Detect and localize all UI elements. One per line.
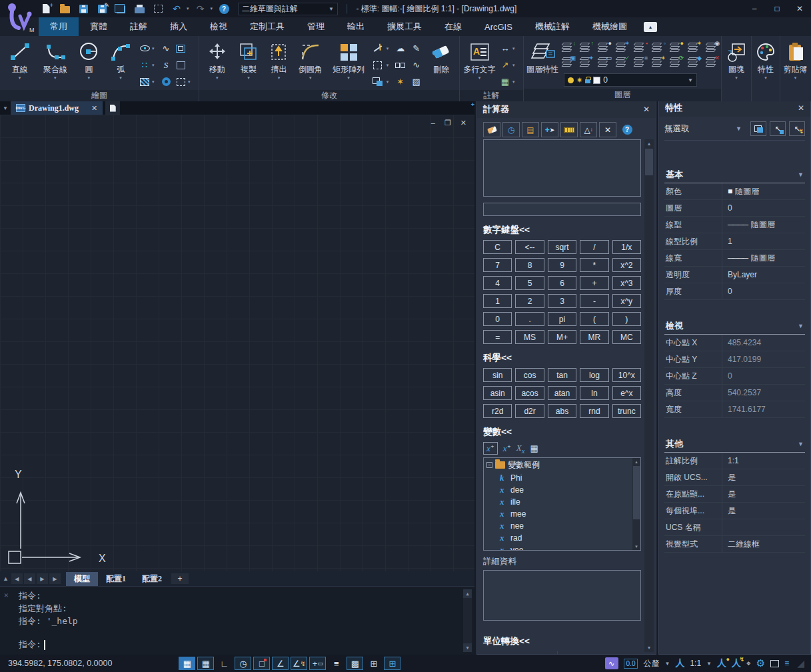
calc-key[interactable]: 0: [483, 312, 512, 326]
clear-icon[interactable]: [483, 122, 500, 137]
layer-properties-button[interactable]: 圖層特性: [526, 39, 558, 88]
leader-button[interactable]: ↗: [498, 58, 512, 73]
prev-layout-button[interactable]: ◀: [24, 573, 35, 584]
calc-key[interactable]: tan: [548, 368, 576, 382]
copy-button[interactable]: 複製 ▾: [233, 39, 263, 88]
table-button[interactable]: ▦: [498, 75, 512, 89]
property-row[interactable]: 厚度 0: [664, 283, 805, 300]
osnap-toggle[interactable]: □: [253, 657, 270, 670]
property-row[interactable]: 開啟 UCS... 是: [664, 469, 805, 486]
property-row[interactable]: 視覺型式 二維線框: [664, 536, 805, 553]
scroll-down-icon[interactable]: ▼: [644, 643, 654, 652]
layer-unlock-icon[interactable]: [585, 79, 590, 83]
calculator-input-field[interactable]: [483, 203, 641, 216]
settings-gear-icon[interactable]: ⚙: [756, 657, 765, 669]
layer-match-icon[interactable]: ▣: [560, 56, 575, 68]
line-button[interactable]: 直線 ▾: [3, 39, 37, 88]
calc-key[interactable]: 7: [483, 258, 512, 272]
redo-button[interactable]: ↷: [193, 2, 208, 15]
calc-key[interactable]: log: [580, 368, 608, 382]
calc-key[interactable]: 6: [548, 276, 576, 290]
scroll-down-icon[interactable]: ▼: [632, 543, 640, 550]
properties-titlebar[interactable]: 特性 ✕: [659, 99, 810, 117]
hatch-button[interactable]: [137, 75, 152, 89]
calc-key[interactable]: r2d: [483, 404, 512, 418]
calc-key[interactable]: acos: [515, 386, 544, 400]
ribbon-tab[interactable]: 在線: [433, 17, 473, 36]
ortho-toggle[interactable]: ∟: [216, 657, 233, 670]
move-button[interactable]: 移動 ▾: [202, 39, 232, 88]
calc-key[interactable]: *: [580, 258, 608, 272]
panel-label-layers[interactable]: 圖層: [524, 89, 721, 101]
explode-button[interactable]: ✶: [393, 75, 408, 89]
calc-key[interactable]: 9: [548, 258, 576, 272]
new-doc-tab-button[interactable]: +: [105, 101, 120, 115]
angle-snap-toggle[interactable]: ∠: [272, 657, 289, 670]
calculator-help-icon[interactable]: ?: [618, 122, 636, 137]
donut-button[interactable]: [159, 75, 173, 89]
layer-thaw-sun-icon[interactable]: ✷: [576, 77, 582, 83]
chevron-down-icon[interactable]: ▾: [512, 46, 519, 51]
region-button[interactable]: [173, 41, 188, 56]
property-row[interactable]: 透明度 ByLayer: [664, 267, 805, 283]
layer-change-icon[interactable]: ◆: [686, 56, 701, 68]
calc-key[interactable]: sin: [483, 368, 512, 382]
ribbon-collapse-button[interactable]: ▴: [644, 22, 657, 32]
units-section-header[interactable]: 單位轉換<<: [483, 635, 641, 647]
intersection-icon[interactable]: ✕: [599, 122, 616, 137]
history-clock-icon[interactable]: ◷: [502, 122, 520, 137]
paste-to-commandline-icon[interactable]: ▤: [522, 122, 539, 137]
calc-key[interactable]: -: [580, 294, 608, 308]
scroll-up-icon[interactable]: ▲: [644, 139, 654, 148]
calc-key[interactable]: 4: [483, 276, 512, 290]
calc-key[interactable]: (: [580, 312, 608, 326]
layer-copy-objects-icon[interactable]: ✦: [578, 56, 593, 68]
ribbon-tab[interactable]: 管理: [296, 17, 336, 36]
variable-row[interactable]: x nee: [484, 520, 640, 532]
property-row[interactable]: 在原點顯... 是: [664, 486, 805, 503]
property-row[interactable]: 線寬 ────隨圖層: [664, 250, 805, 267]
selection-cycling-toggle[interactable]: ⊞: [365, 657, 382, 670]
calc-key[interactable]: e^x: [612, 386, 641, 400]
chevron-down-icon[interactable]: ▼: [664, 661, 670, 667]
property-row[interactable]: 線型比例 1: [664, 233, 805, 250]
distance-between-points-icon[interactable]: [560, 122, 578, 137]
property-row[interactable]: 顏色 ■隨圖層: [664, 183, 805, 200]
variable-row[interactable]: x rad: [484, 532, 640, 544]
close-doc-icon[interactable]: ✕: [91, 104, 97, 113]
layer-walk-icon[interactable]: ▭: [596, 56, 611, 68]
layer-isolate-icon[interactable]: ◉: [704, 41, 719, 53]
ribbon-tab[interactable]: 插入: [159, 17, 199, 36]
layer-merge-icon[interactable]: ✓: [614, 56, 629, 68]
annotation-scale-icon[interactable]: 人: [675, 657, 684, 669]
rect-array-button[interactable]: 矩形陣列 ▾: [328, 39, 369, 88]
canvas-close-button[interactable]: ✕: [460, 119, 466, 127]
app-logo-icon[interactable]: M: [4, 1, 35, 33]
chevron-down-icon[interactable]: ▾: [152, 46, 159, 51]
details-box[interactable]: [483, 570, 641, 621]
dynamic-input-toggle[interactable]: +▭: [309, 657, 326, 670]
doc-list-dropdown-icon[interactable]: ▼: [0, 101, 11, 115]
calc-key[interactable]: /: [580, 240, 608, 254]
annotation-monitor-toggle[interactable]: ⊞: [384, 657, 401, 670]
calc-key[interactable]: 1/x: [612, 240, 641, 254]
calc-key[interactable]: x^y: [612, 294, 641, 308]
canvas-minimize-button[interactable]: –: [431, 119, 435, 127]
new-layout-button[interactable]: +: [171, 573, 189, 584]
calc-key[interactable]: abs: [548, 404, 576, 418]
otrack-toggle[interactable]: ∠↯: [291, 657, 307, 670]
layer-restore-icon[interactable]: ⟳: [668, 56, 683, 68]
ribbon-tab[interactable]: 定制工具: [239, 17, 296, 36]
last-layout-button[interactable]: ▶: [49, 573, 61, 584]
layer-color-swatch[interactable]: [593, 77, 600, 84]
calc-key[interactable]: x^2: [612, 258, 641, 272]
calc-key[interactable]: 8: [515, 258, 544, 272]
workspace-switch-icon[interactable]: ⌖: [746, 659, 751, 668]
chevron-down-icon[interactable]: ▼: [688, 77, 693, 83]
layer-on-icon[interactable]: ●: [668, 41, 683, 53]
help-button[interactable]: ?: [217, 2, 231, 15]
layer-freeze-icon[interactable]: ✶: [614, 41, 629, 53]
calculator-titlebar[interactable]: 計算器 ✕: [477, 101, 656, 118]
property-row[interactable]: 高度 540.2537: [664, 385, 805, 401]
property-row[interactable]: 寬度 1741.6177: [664, 401, 805, 418]
